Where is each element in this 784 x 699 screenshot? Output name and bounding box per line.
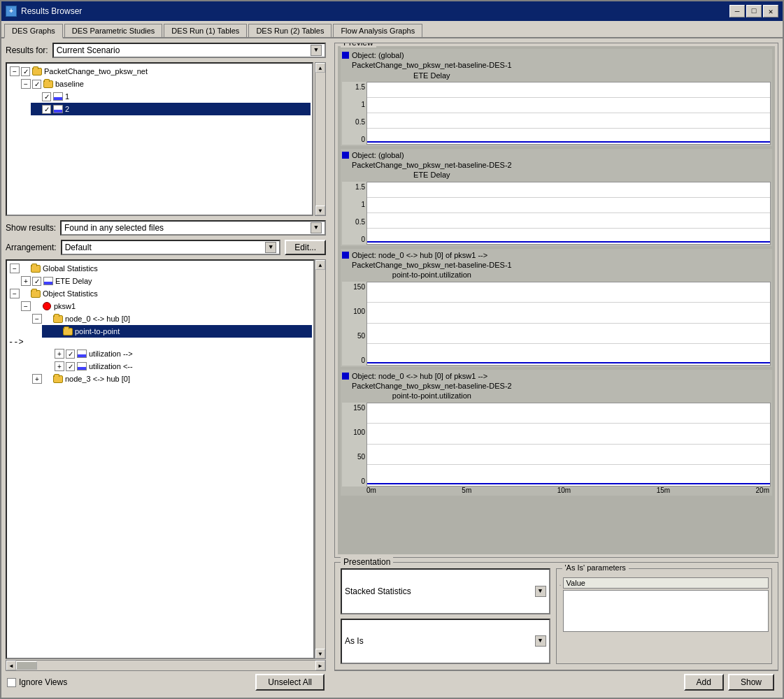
checkbox-ete[interactable] — [32, 277, 41, 286]
minimize-button[interactable]: — — [729, 5, 745, 17]
presentation-label: Presentation — [341, 557, 393, 567]
chart-line-3 — [367, 362, 770, 363]
tree-item-node3hub[interactable]: + node_3 <-> hub [0] — [31, 373, 312, 385]
tree-item-objstats[interactable]: − Object Statistics — [8, 287, 312, 300]
show-button[interactable]: Show — [728, 674, 774, 691]
tab-des-parametric[interactable]: DES Parametric Studies — [64, 24, 163, 37]
checkbox-baseline[interactable] — [32, 80, 41, 89]
tab-des-graphs[interactable]: DES Graphs — [4, 24, 63, 38]
current-scenario-combo[interactable]: Current Scenario ▼ — [52, 43, 326, 58]
checkbox-1[interactable] — [42, 92, 51, 101]
x-axis: 0m 5m 10m 15m 20m — [342, 487, 771, 494]
checkbox-2[interactable] — [42, 105, 51, 114]
scroll-up-btn[interactable]: ▲ — [315, 63, 325, 73]
stacked-stats-combo[interactable]: Stacked Statistics ▼ — [341, 568, 550, 614]
tree-item-global[interactable]: − Global Statistics — [8, 262, 312, 275]
legend-box-1 — [342, 52, 349, 59]
as-is-params-box: 'As Is' parameters . Value — [556, 568, 773, 664]
chart-plot-4 — [366, 403, 771, 487]
checkbox-util2[interactable] — [66, 362, 75, 371]
scroll-right-btn[interactable]: ▶ — [315, 661, 325, 670]
tree-item-ete[interactable]: + ETE Delay — [20, 275, 312, 287]
scenario-tree[interactable]: − PacketChange_two_pksw_net − — [6, 62, 313, 216]
stats-tree[interactable]: − Global Statistics + — [6, 259, 315, 659]
stats-scroll-up[interactable]: ▲ — [315, 260, 325, 270]
legend-box-3 — [342, 252, 349, 259]
scroll-thumb[interactable] — [16, 661, 37, 670]
expander-pksw1[interactable]: − — [21, 301, 31, 311]
stacked-stats-value: Stacked Statistics — [345, 586, 535, 596]
checkbox-util1[interactable] — [66, 350, 75, 359]
title-bar: + Results Browser — □ ✕ — [1, 1, 783, 21]
expander-util1[interactable]: + — [55, 349, 64, 359]
tree-scrollbar-v[interactable]: ▲ ▼ — [315, 62, 326, 216]
graph-icon-1 — [52, 92, 64, 101]
chart-plot-3 — [366, 282, 771, 366]
legend-box-2 — [342, 152, 349, 159]
arrangement-combo[interactable]: Default ▼ — [61, 240, 281, 255]
tree-item-pksw1[interactable]: − pksw1 — [20, 300, 312, 312]
folder-icon-ptp — [62, 326, 73, 336]
chart-item-1: Object: (global) PacketChange_two_pksw_n… — [341, 49, 772, 146]
folder-icon-global — [30, 264, 41, 273]
tab-flow-analysis[interactable]: Flow Analysis Graphs — [333, 24, 422, 37]
chart-plot-2 — [366, 182, 771, 245]
value-input-area[interactable] — [563, 590, 769, 632]
left-panel: Results for: Current Scenario ▼ − — [1, 38, 330, 698]
right-panel: Preview Object: (global) PacketChange_tw… — [330, 38, 783, 698]
preview-group: Preview Object: (global) PacketChange_tw… — [334, 43, 778, 558]
graph-icon-util2 — [76, 361, 87, 371]
chart-area-3: 150 100 50 0 — [342, 282, 771, 366]
stats-tree-scrollbar[interactable]: ▲ ▼ — [315, 259, 326, 659]
expander-util2[interactable]: + — [55, 361, 64, 371]
tab-des-run1[interactable]: DES Run (1) Tables — [164, 24, 247, 37]
expander-objstats[interactable]: − — [10, 289, 20, 298]
tree-item-root[interactable]: − PacketChange_two_pksw_net — [8, 65, 311, 78]
expander-node3hub[interactable]: + — [32, 374, 42, 384]
tree-item-util1[interactable]: + utilization --> — [53, 347, 312, 360]
charts-area: Object: (global) PacketChange_two_pksw_n… — [338, 46, 775, 554]
maximize-button[interactable]: □ — [746, 5, 762, 17]
ignore-views-row: Ignore Views — [7, 677, 67, 687]
ignore-views-checkbox[interactable] — [7, 678, 16, 687]
y-axis-4: 150 100 50 0 — [342, 403, 366, 487]
found-in-combo-arrow[interactable]: ▼ — [311, 222, 322, 233]
expander-node0hub[interactable]: − — [32, 314, 42, 324]
tab-des-run2[interactable]: DES Run (2) Tables — [248, 24, 332, 37]
expander-ete[interactable]: + — [21, 276, 31, 286]
add-button[interactable]: Add — [684, 674, 724, 691]
tree-item-ptp[interactable]: point-to-point — [42, 325, 312, 338]
chart-header-1: Object: (global) PacketChange_two_pksw_n… — [342, 50, 771, 80]
window-title: Results Browser — [21, 6, 82, 16]
graph-icon-util1 — [76, 349, 87, 359]
chart-item-3: Object: node_0 <-> hub [0] of pksw1 --> … — [341, 249, 772, 367]
as-is-combo[interactable]: As Is ▼ — [341, 619, 550, 665]
as-is-combo-arrow[interactable]: ▼ — [535, 635, 546, 647]
tree-item-node0hub[interactable]: − node_0 <-> hub [0] — [31, 312, 312, 325]
stats-scroll-down[interactable]: ▼ — [315, 649, 325, 658]
results-browser-window: + Results Browser — □ ✕ DES Graphs DES P… — [0, 0, 784, 699]
tree-item-2[interactable]: 2 — [31, 103, 311, 115]
arrangement-combo-arrow[interactable]: ▼ — [265, 242, 276, 253]
found-in-any-combo[interactable]: Found in any selected files ▼ — [60, 220, 326, 236]
edit-button[interactable]: Edit... — [285, 240, 326, 255]
close-button[interactable]: ✕ — [763, 5, 778, 17]
expander-root[interactable]: − — [10, 66, 20, 76]
tree-item-baseline[interactable]: − baseline — [20, 78, 311, 90]
checkbox-root[interactable] — [21, 67, 30, 76]
current-scenario-value: Current Scenario — [57, 45, 311, 55]
expander-baseline[interactable]: − — [21, 79, 31, 89]
expander-global[interactable]: − — [10, 264, 20, 273]
stacked-combo-arrow[interactable]: ▼ — [535, 586, 546, 597]
scroll-down-btn[interactable]: ▼ — [315, 206, 325, 215]
tree-item-1[interactable]: 1 — [31, 90, 311, 103]
tree-item-util2[interactable]: + utilization <-- — [53, 360, 312, 373]
app-icon: + — [6, 6, 17, 17]
chart-plot-1 — [366, 82, 771, 145]
arrangement-label: Arrangement: — [6, 243, 57, 252]
combo-arrow-icon[interactable]: ▼ — [311, 45, 322, 56]
horiz-scrollbar[interactable]: ◀ ▶ — [6, 660, 326, 671]
scroll-left-btn[interactable]: ◀ — [6, 661, 16, 670]
unselect-all-button[interactable]: Unselect All — [255, 674, 325, 691]
results-for-row: Results for: Current Scenario ▼ — [6, 43, 326, 58]
